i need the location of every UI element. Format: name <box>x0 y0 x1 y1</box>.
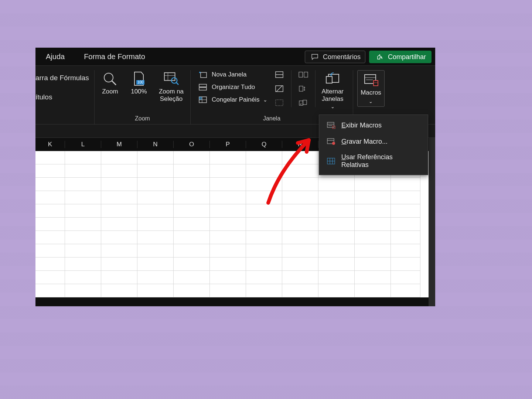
cell[interactable] <box>174 231 210 244</box>
column-header-M[interactable]: M <box>101 141 137 148</box>
cell[interactable] <box>101 284 137 297</box>
cell[interactable] <box>137 271 174 284</box>
cell[interactable] <box>391 178 420 191</box>
cell[interactable] <box>318 258 355 271</box>
cell[interactable] <box>174 244 210 258</box>
cell[interactable] <box>101 178 137 191</box>
cell[interactable] <box>355 258 391 271</box>
cell[interactable] <box>174 204 210 218</box>
cell[interactable] <box>391 231 420 244</box>
cell[interactable] <box>246 244 282 258</box>
cell[interactable] <box>174 258 210 271</box>
cell[interactable] <box>35 231 65 244</box>
cell[interactable] <box>210 218 246 231</box>
cell[interactable] <box>101 191 137 204</box>
cell[interactable] <box>174 151 210 164</box>
share-button[interactable]: Compartilhar <box>369 51 432 63</box>
zoom-selection-button[interactable]: Zoom na Seleção <box>157 70 186 105</box>
cell[interactable] <box>282 151 318 164</box>
cell[interactable] <box>101 258 137 271</box>
cell[interactable] <box>391 218 420 231</box>
cell[interactable] <box>282 258 318 271</box>
cell[interactable] <box>355 204 391 218</box>
macros-button[interactable]: Macros ⌄ <box>357 70 385 107</box>
cell[interactable] <box>391 191 420 204</box>
cell[interactable] <box>137 284 174 297</box>
cell[interactable] <box>65 178 101 191</box>
cell[interactable] <box>318 271 355 284</box>
arrange-all-button[interactable]: Organizar Tudo <box>198 83 267 92</box>
cell[interactable] <box>210 244 246 258</box>
cell[interactable] <box>282 218 318 231</box>
cell[interactable] <box>246 191 282 204</box>
cell[interactable] <box>35 244 65 258</box>
cell[interactable] <box>210 258 246 271</box>
cell[interactable] <box>318 244 355 258</box>
cell[interactable] <box>355 231 391 244</box>
cell[interactable] <box>137 244 174 258</box>
cell[interactable] <box>246 151 282 164</box>
cell[interactable] <box>101 231 137 244</box>
cell[interactable] <box>101 244 137 258</box>
cell[interactable] <box>174 191 210 204</box>
switch-windows-button[interactable]: Alternar Janelas ⌄ <box>319 70 346 111</box>
cell[interactable] <box>65 151 101 164</box>
zoom-button[interactable]: Zoom <box>99 70 121 97</box>
formula-bar-checkbox-label[interactable]: arra de Fórmulas <box>35 74 89 82</box>
menu-view-macros[interactable]: Exibir Macros <box>319 117 428 133</box>
menu-record-macro[interactable]: Gravar Macro... <box>319 133 428 150</box>
cell[interactable] <box>210 164 246 178</box>
cell[interactable] <box>35 164 65 178</box>
cell[interactable] <box>318 231 355 244</box>
cell[interactable] <box>35 271 65 284</box>
cell[interactable] <box>355 178 391 191</box>
cell[interactable] <box>101 151 137 164</box>
cell[interactable] <box>246 164 282 178</box>
cell[interactable] <box>318 191 355 204</box>
cell[interactable] <box>65 191 101 204</box>
headings-checkbox-label[interactable]: ítulos <box>35 93 89 101</box>
split-icon[interactable] <box>274 70 284 79</box>
tab-shape-format[interactable]: Forma de Formato <box>81 50 148 63</box>
cell[interactable] <box>355 284 391 297</box>
cell[interactable] <box>246 284 282 297</box>
cell[interactable] <box>282 284 318 297</box>
cell[interactable] <box>318 284 355 297</box>
cell[interactable] <box>101 164 137 178</box>
cell[interactable] <box>282 164 318 178</box>
column-header-K[interactable]: K <box>35 141 65 148</box>
cell[interactable] <box>391 284 420 297</box>
cell[interactable] <box>210 271 246 284</box>
zoom-100-button[interactable]: 100 100% <box>128 70 150 97</box>
column-header-O[interactable]: O <box>174 141 210 148</box>
cell[interactable] <box>391 258 420 271</box>
column-header-N[interactable]: N <box>137 141 174 148</box>
cell[interactable] <box>137 231 174 244</box>
cell[interactable] <box>101 271 137 284</box>
vertical-scrollbar[interactable] <box>429 138 435 306</box>
reset-window-pos-icon[interactable] <box>298 98 308 107</box>
cell[interactable] <box>210 191 246 204</box>
cell[interactable] <box>137 151 174 164</box>
cell[interactable] <box>318 178 355 191</box>
menu-relative-refs[interactable]: Usar Referências Relativas <box>319 150 428 173</box>
cell[interactable] <box>391 204 420 218</box>
cell[interactable] <box>282 178 318 191</box>
cell[interactable] <box>174 164 210 178</box>
cell[interactable] <box>246 258 282 271</box>
column-header-P[interactable]: P <box>210 141 246 148</box>
cell[interactable] <box>137 164 174 178</box>
cell[interactable] <box>65 204 101 218</box>
cell[interactable] <box>246 178 282 191</box>
cell[interactable] <box>174 218 210 231</box>
cell[interactable] <box>355 218 391 231</box>
cell[interactable] <box>35 151 65 164</box>
cell[interactable] <box>35 204 65 218</box>
cell[interactable] <box>246 218 282 231</box>
comments-button[interactable]: Comentários <box>305 51 365 63</box>
cell[interactable] <box>318 218 355 231</box>
cell[interactable] <box>35 218 65 231</box>
cell[interactable] <box>282 244 318 258</box>
cell[interactable] <box>137 178 174 191</box>
cell[interactable] <box>210 204 246 218</box>
